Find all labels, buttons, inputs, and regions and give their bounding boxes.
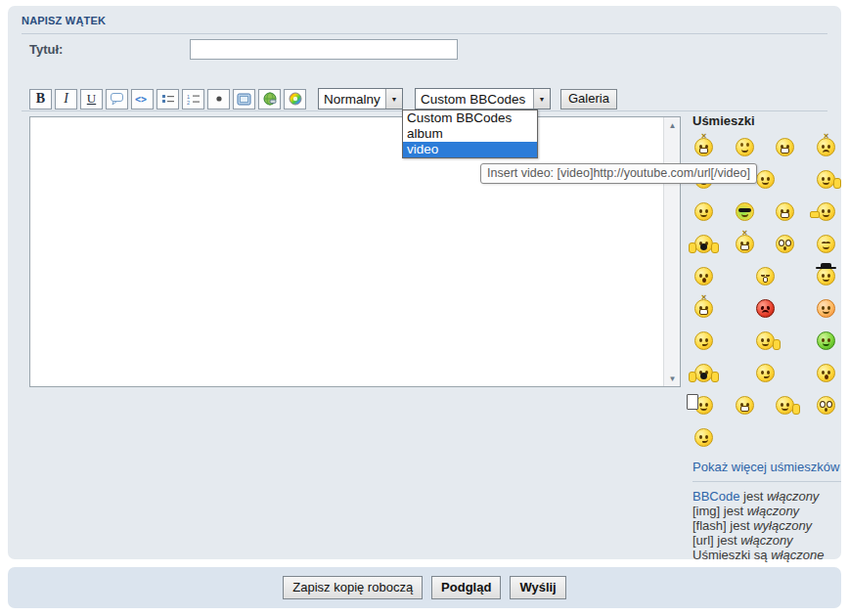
dropdown-option-album[interactable]: album [403,126,537,142]
smiley-facepalm[interactable] [817,364,835,382]
smiley-content[interactable] [694,331,713,350]
smiley-dreamy[interactable] [817,235,835,253]
smiley-row [693,201,841,222]
svg-text:2: 2 [187,100,190,106]
smiley-teeth[interactable] [776,202,794,221]
smiley-antenna[interactable] [694,299,713,318]
bold-button[interactable]: B [29,89,52,110]
smiley-point[interactable] [817,202,835,221]
status-line: [img] jest włączony [693,504,841,518]
list-ul-icon [161,93,175,105]
show-more-smileys-link[interactable]: Pokaż więcej uśmieszków [693,460,841,474]
page-title: NAPISZ WĄTEK [22,15,827,26]
palette-icon [289,92,302,106]
status-prefix: [flash] [693,518,727,533]
italic-button[interactable]: I [55,89,77,110]
image-icon [237,93,251,106]
smiley-smile[interactable] [694,202,713,221]
status-middle: jest [720,504,746,518]
bbcode-help-link[interactable]: BBCode [693,489,739,504]
editor-scrollbar[interactable]: ▲ ▼ [663,117,680,386]
message-editor: ▲ ▼ [29,116,681,387]
preview-button[interactable]: Podgląd [431,576,501,599]
smiley-header: Uśmieszki [693,113,841,128]
smiley-tongue[interactable] [736,235,754,253]
smiley-row [693,427,841,448]
smiley-mobster[interactable] [817,267,835,286]
list-ordered-button[interactable]: 12 [182,89,204,110]
smiley-whistle[interactable] [776,396,794,415]
quote-button[interactable] [106,89,128,110]
save-draft-button[interactable]: Zapisz kopię roboczą [283,576,423,599]
status-state: włączony [740,533,792,548]
status-middle: jest [727,518,753,533]
gallery-button[interactable]: Galeria [560,89,617,110]
smiley-row [693,363,841,383]
status-prefix: Uśmieszki [693,548,750,562]
write-thread-panel: NAPISZ WĄTEK Tytuł: BIU<>12 Normalny ▼ C… [8,6,841,559]
url-button[interactable] [258,89,281,110]
image-button[interactable] [233,89,255,110]
bbcode-status: BBCode jest włączony[img] jest włączony[… [693,489,841,562]
globe-icon [263,92,277,106]
dropdown-option-custom-bbcodes[interactable]: Custom BBCodes [403,110,537,126]
smiley-sick[interactable] [817,331,835,350]
list-item-button[interactable] [207,89,230,110]
quote-icon [110,92,124,106]
smiley-shy[interactable] [817,299,835,318]
smiley-blush-oh[interactable] [694,267,713,286]
chevron-down-icon[interactable]: ▼ [385,89,402,109]
smiley-divider [693,481,841,482]
smiley-thumb-down[interactable] [756,331,775,350]
smiley-think[interactable] [694,428,713,447]
status-line: Uśmieszki są włączone [693,548,841,562]
custom-bbcodes-select[interactable]: Custom BBCodes ▼ [415,88,551,110]
list-bullet-button[interactable] [156,89,179,110]
scroll-up-icon[interactable]: ▲ [664,117,681,133]
font-size-select[interactable]: Normalny ▼ [318,88,403,110]
smiley-stare[interactable] [817,396,835,415]
smiley-mischief[interactable] [694,138,713,156]
smiley-row [693,330,841,351]
smiley-cry[interactable] [756,267,775,286]
dot-icon [213,93,225,105]
smiley-wink[interactable] [736,396,754,415]
footer-actions-bar: Zapisz kopię roboczą Podgląd Wyślij [8,567,841,608]
message-textarea[interactable] [30,117,663,386]
status-state: włączony [767,489,819,504]
smiley-skeptical[interactable] [756,364,775,382]
custom-bbcodes-value: Custom BBCodes [416,89,533,109]
smiley-thumbs-up[interactable] [817,170,835,189]
smiley-smile-b[interactable] [756,170,775,189]
chevron-down-icon[interactable]: ▼ [533,89,550,109]
smiley-angry[interactable] [817,138,835,156]
smiley-laugh[interactable] [694,364,713,382]
smiley-row [693,234,841,254]
font-size-value: Normalny [319,89,385,109]
underline-button[interactable]: U [80,89,103,110]
color-button[interactable] [284,89,306,110]
smiley-row [693,137,841,157]
code-icon: <> [135,93,150,105]
submit-button[interactable]: Wyślij [510,576,565,599]
dropdown-option-video[interactable]: video [403,142,537,157]
smiley-shock[interactable] [776,235,794,253]
status-state: włączony [747,504,799,518]
smiley-writer[interactable] [694,396,713,415]
status-prefix: [url] [693,533,714,548]
status-line: [flash] jest wyłączony [693,518,841,533]
status-middle: jest [714,533,740,548]
smiley-yell[interactable] [694,235,713,253]
smiley-devil[interactable] [756,299,775,318]
svg-text:<>: <> [135,94,147,105]
status-middle: są [750,548,771,562]
status-state: włączone [771,548,824,562]
italic-button-label: I [64,91,68,107]
smiley-row [693,395,841,416]
smiley-rolleyes[interactable] [736,138,754,156]
scroll-down-icon[interactable]: ▼ [664,371,681,386]
title-input[interactable] [190,39,458,60]
code-button[interactable]: <> [131,89,154,110]
smiley-bigsmile[interactable] [776,138,794,156]
smiley-cool[interactable] [736,202,754,221]
